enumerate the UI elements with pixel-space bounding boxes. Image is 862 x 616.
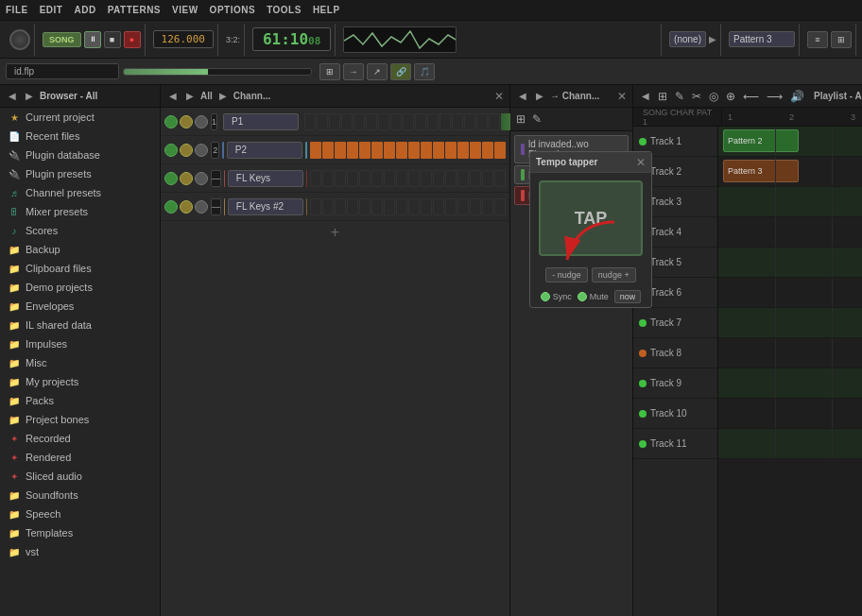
mp-tool-1[interactable]: ⊞ <box>514 111 527 128</box>
sidebar-forward-btn[interactable]: ▶ <box>23 90 36 102</box>
pad[interactable] <box>427 113 439 130</box>
pad[interactable] <box>408 198 420 215</box>
pad[interactable] <box>304 113 316 130</box>
sidebar-item-recorded[interactable]: ✦ Recorded <box>0 429 160 448</box>
pad[interactable] <box>482 142 493 159</box>
pause-btn[interactable]: ⏸ <box>84 31 101 48</box>
pad[interactable] <box>384 198 395 215</box>
pad[interactable] <box>322 198 334 215</box>
pad[interactable] <box>359 170 371 187</box>
pad[interactable] <box>310 170 321 187</box>
pad[interactable] <box>408 142 420 159</box>
midi-btn[interactable]: 🎵 <box>414 63 435 80</box>
track-content-5[interactable] <box>718 278 862 308</box>
pad[interactable] <box>494 142 506 159</box>
link-btn[interactable]: 🔗 <box>390 63 411 80</box>
pad[interactable] <box>396 142 407 159</box>
pl-back-btn[interactable]: ◀ <box>639 90 652 102</box>
sidebar-item-my-projects[interactable]: 📁 My projects <box>0 372 160 391</box>
progress-bar[interactable] <box>123 68 312 76</box>
ch-name-btn-4[interactable]: FL Keys #2 <box>228 198 303 215</box>
pad[interactable] <box>403 113 414 130</box>
pattern-block-1[interactable]: Pattern 3 <box>723 160 799 182</box>
nudge-plus-btn[interactable]: nudge + <box>592 267 636 282</box>
track-content-0[interactable]: Pattern 2 <box>718 127 862 157</box>
sidebar-item-templates[interactable]: 📁 Templates <box>0 523 160 542</box>
tempo-tapper-close-btn[interactable]: ✕ <box>636 156 646 169</box>
track-content-6[interactable] <box>718 308 862 338</box>
pl-tool-7[interactable]: ⟶ <box>765 88 784 105</box>
add-channel-btn[interactable]: + <box>161 221 509 244</box>
sidebar-item-scores[interactable]: ♪ Scores <box>0 221 160 240</box>
pad[interactable] <box>335 198 346 215</box>
track-content-1[interactable]: Pattern 3 <box>718 157 862 187</box>
sync-radio-dot[interactable] <box>541 292 550 301</box>
track-content-2[interactable] <box>718 187 862 217</box>
pad[interactable] <box>445 198 457 215</box>
pad[interactable] <box>371 198 383 215</box>
channel-rack-close-btn[interactable]: ✕ <box>494 90 504 103</box>
menu-file[interactable]: FILE <box>6 5 28 15</box>
ch-forward-btn[interactable]: ▶ <box>183 90 197 102</box>
ch-power-btn-1[interactable] <box>164 115 178 128</box>
menu-view[interactable]: VIEW <box>172 5 198 15</box>
pad[interactable] <box>433 198 444 215</box>
grid-btn[interactable]: ⊞ <box>319 63 340 80</box>
record-btn[interactable]: ● <box>124 31 141 48</box>
pad[interactable] <box>353 113 365 130</box>
ch-mute-btn-2[interactable] <box>180 144 193 157</box>
menu-tools[interactable]: TOOLS <box>267 5 302 15</box>
pad[interactable] <box>421 142 432 159</box>
now-btn[interactable]: now <box>614 290 642 303</box>
pad[interactable] <box>445 142 457 159</box>
pad[interactable] <box>390 113 402 130</box>
pad[interactable] <box>470 170 481 187</box>
track-content-10[interactable] <box>718 429 862 459</box>
pad[interactable] <box>317 113 328 130</box>
ch-mute-btn-3[interactable] <box>180 172 193 185</box>
pad[interactable] <box>396 198 407 215</box>
pad[interactable] <box>347 142 358 159</box>
pad[interactable] <box>433 170 444 187</box>
none-dropdown[interactable]: (none) <box>669 31 706 47</box>
mp-forward-btn[interactable]: ▶ <box>533 90 546 102</box>
pad[interactable] <box>421 198 432 215</box>
ch-solo-btn-3[interactable] <box>195 172 208 185</box>
mp-back-btn[interactable]: ◀ <box>516 90 529 102</box>
pad[interactable] <box>457 170 469 187</box>
pad[interactable] <box>445 170 457 187</box>
track-content-7[interactable] <box>718 338 862 368</box>
curve-btn[interactable]: ↗ <box>367 63 388 80</box>
menu-help[interactable]: HELP <box>313 5 340 15</box>
pad[interactable] <box>464 113 475 130</box>
pad[interactable] <box>457 198 469 215</box>
sidebar-item-channel-presets[interactable]: ♬ Channel presets <box>0 183 160 202</box>
pl-tool-8[interactable]: 🔊 <box>788 88 806 105</box>
pad[interactable] <box>335 142 346 159</box>
ch-back-btn[interactable]: ◀ <box>166 90 180 102</box>
track-content-9[interactable] <box>718 399 862 429</box>
pad[interactable] <box>457 142 469 159</box>
pad[interactable] <box>415 113 426 130</box>
sidebar-item-speech[interactable]: 📁 Speech <box>0 505 160 523</box>
tap-button[interactable]: TAP <box>539 180 643 256</box>
pl-tool-4[interactable]: ◎ <box>707 88 720 105</box>
sidebar-back-btn[interactable]: ◀ <box>6 90 19 102</box>
pad[interactable] <box>378 113 389 130</box>
sidebar-item-rendered[interactable]: ✦ Rendered <box>0 448 160 467</box>
bpm-display[interactable]: 126.000 <box>153 30 214 48</box>
sidebar-item-envelopes[interactable]: 📁 Envelopes <box>0 297 160 316</box>
playlist-view-btn[interactable]: ≡ <box>807 31 828 48</box>
ch-solo-btn-1[interactable] <box>195 115 208 128</box>
sidebar-item-sliced-audio[interactable]: ✦ Sliced audio <box>0 467 160 486</box>
ch-power-btn-3[interactable] <box>164 172 178 185</box>
sidebar-item-project-bones[interactable]: 📁 Project bones <box>0 410 160 429</box>
pad[interactable] <box>384 170 395 187</box>
pad[interactable] <box>359 142 371 159</box>
stop-btn[interactable]: ■ <box>104 31 121 48</box>
pad[interactable] <box>421 170 432 187</box>
pl-tool-6[interactable]: ⟵ <box>741 88 761 105</box>
sidebar-item-recent-files[interactable]: 📄 Recent files <box>0 127 160 145</box>
sidebar-item-il-shared-data[interactable]: 📁 IL shared data <box>0 316 160 334</box>
track-content-3[interactable] <box>718 217 862 248</box>
